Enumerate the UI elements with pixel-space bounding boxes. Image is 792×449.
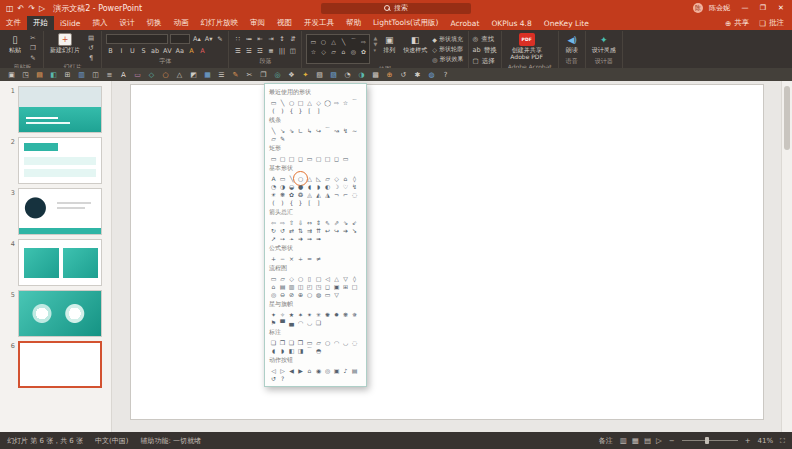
shape-item[interactable]: ✿: [287, 190, 296, 198]
shape-item[interactable]: ➜: [296, 234, 305, 242]
shape-item[interactable]: ╲: [269, 126, 278, 134]
plugin-icon-28[interactable]: ⊕: [383, 69, 396, 80]
plugin-icon-7[interactable]: ◫: [89, 69, 102, 80]
create-pdf-button[interactable]: PDF创建并共享 Adobe PDF: [506, 32, 548, 62]
tab-OKPlus 4.8[interactable]: OKPlus 4.8: [485, 16, 537, 30]
shape-item[interactable]: ✎: [278, 134, 287, 142]
shape-item[interactable]: ✴: [305, 310, 314, 318]
slide-thumbnail-1[interactable]: 1: [0, 84, 111, 135]
shape-item[interactable]: ⌒: [323, 126, 332, 134]
plugin-icon-13[interactable]: △: [173, 69, 186, 80]
plugin-icon-15[interactable]: ▦: [201, 69, 214, 80]
slide-thumbnail-5[interactable]: 5: [0, 288, 111, 339]
shape-item[interactable]: ◒: [287, 182, 296, 190]
font-style-icon[interactable]: A: [187, 46, 196, 56]
shape-item[interactable]: ◳: [314, 282, 323, 290]
plugin-icon-6[interactable]: ▥: [75, 69, 88, 80]
slide-4-preview[interactable]: [18, 239, 102, 286]
shape-item[interactable]: ⊖: [278, 290, 287, 298]
shape-item[interactable]: ⇗: [332, 218, 341, 226]
shape-item[interactable]: □: [323, 154, 332, 162]
shape-item[interactable]: ⇕: [314, 218, 323, 226]
shape-item[interactable]: ⇖: [323, 218, 332, 226]
tab-动画[interactable]: 动画: [167, 16, 194, 30]
plugin-icon-5[interactable]: ⊞: [61, 69, 74, 80]
gallery-scroll[interactable]: ▲▼▾: [373, 32, 377, 64]
shape-item[interactable]: ↯: [341, 126, 350, 134]
shape-item[interactable]: ↳: [305, 126, 314, 134]
slide-5-preview[interactable]: [18, 290, 102, 337]
tab-OneKey Lite[interactable]: OneKey Lite: [538, 16, 595, 30]
shape-item[interactable]: ◐: [323, 182, 332, 190]
shape-item[interactable]: ⚑: [269, 318, 278, 326]
font-style-icon[interactable]: AV: [162, 46, 172, 56]
shape-item[interactable]: ↩: [323, 226, 332, 234]
shape-item[interactable]: ≠: [314, 254, 323, 262]
shape-item[interactable]: ✵: [350, 310, 359, 318]
plugin-icon-26[interactable]: ◑: [355, 69, 368, 80]
tab-帮助[interactable]: 帮助: [340, 16, 367, 30]
language-indicator[interactable]: 中文(中国): [95, 436, 128, 446]
shape-item[interactable]: ⌂: [341, 174, 350, 182]
shape-item[interactable]: ▭: [269, 154, 278, 162]
plugin-icon-17[interactable]: ✎: [229, 69, 242, 80]
slides-small-icon[interactable]: ↺: [85, 43, 97, 52]
plugin-icon-32[interactable]: ?: [439, 69, 452, 80]
plugin-icon-12[interactable]: ○: [159, 69, 172, 80]
gallery-shape[interactable]: ╲: [338, 36, 348, 46]
shape-item[interactable]: ☀: [269, 190, 278, 198]
shape-item[interactable]: ⇧: [287, 218, 296, 226]
paragraph-tool-icon[interactable]: |||: [277, 46, 286, 56]
font-style-icon[interactable]: ab: [150, 46, 160, 56]
shape-item[interactable]: ◗: [278, 346, 287, 354]
zoom-slider[interactable]: [682, 440, 738, 441]
font-style-icon[interactable]: Aa: [175, 46, 185, 56]
shape-item[interactable]: ➔: [341, 226, 350, 234]
shape-item[interactable]: ▄: [287, 318, 296, 326]
shape-item[interactable]: {: [287, 198, 296, 206]
shape-item[interactable]: ❋: [341, 310, 350, 318]
shape-item[interactable]: ⇦: [269, 218, 278, 226]
shape-item[interactable]: ▢: [314, 274, 323, 282]
paragraph-tool-icon[interactable]: ◫: [288, 46, 297, 56]
shape-item[interactable]: ◇: [314, 98, 323, 106]
shape-item[interactable]: ▤: [278, 282, 287, 290]
gallery-shape[interactable]: ☆: [308, 46, 318, 56]
shape-item[interactable]: ✶: [296, 310, 305, 318]
shape-item[interactable]: △: [305, 98, 314, 106]
undo-icon[interactable]: ↶: [18, 4, 25, 13]
paragraph-tool-icon[interactable]: ↕: [277, 34, 286, 44]
shape-item[interactable]: ╲: [278, 98, 287, 106]
shape-item[interactable]: (: [269, 106, 278, 114]
shape-item[interactable]: ]: [314, 106, 323, 114]
paragraph-tool-icon[interactable]: ⇵: [288, 34, 297, 44]
shape-item[interactable]: ⇙: [350, 218, 359, 226]
plugin-icon-29[interactable]: ↺: [397, 69, 410, 80]
plugin-icon-20[interactable]: ◎: [271, 69, 284, 80]
gallery-shape[interactable]: ⌂: [338, 46, 348, 56]
shape-item[interactable]: ▣: [332, 282, 341, 290]
shape-item[interactable]: ↝: [332, 126, 341, 134]
shape-item[interactable]: ?: [278, 374, 287, 382]
plugin-icon-18[interactable]: ✂: [243, 69, 256, 80]
search-box[interactable]: 搜索: [321, 3, 471, 14]
shape-item[interactable]: ★: [287, 310, 296, 318]
shape-item[interactable]: ◁: [269, 366, 278, 374]
plugin-icon-10[interactable]: ▭: [131, 69, 144, 80]
plugin-icon-4[interactable]: ◧: [47, 69, 60, 80]
minimize-button[interactable]: —: [736, 0, 754, 16]
shape-item[interactable]: ❑: [314, 318, 323, 326]
shape-effects-button[interactable]: ◎形状效果: [432, 55, 463, 64]
gallery-shape[interactable]: ◇: [318, 46, 328, 56]
shape-item[interactable]: ◀: [287, 366, 296, 374]
shape-item[interactable]: ◧: [287, 346, 296, 354]
tab-切换[interactable]: 切换: [140, 16, 167, 30]
shape-item[interactable]: ●: [296, 182, 305, 190]
shape-item[interactable]: ◡: [341, 338, 350, 346]
shape-item[interactable]: ◎: [269, 290, 278, 298]
shape-item[interactable]: ✦: [269, 310, 278, 318]
shape-item[interactable]: □: [350, 282, 359, 290]
new-slide-button[interactable]: +新建幻灯片: [48, 32, 82, 55]
shape-item[interactable]: (: [269, 198, 278, 206]
shape-item[interactable]: {: [287, 106, 296, 114]
